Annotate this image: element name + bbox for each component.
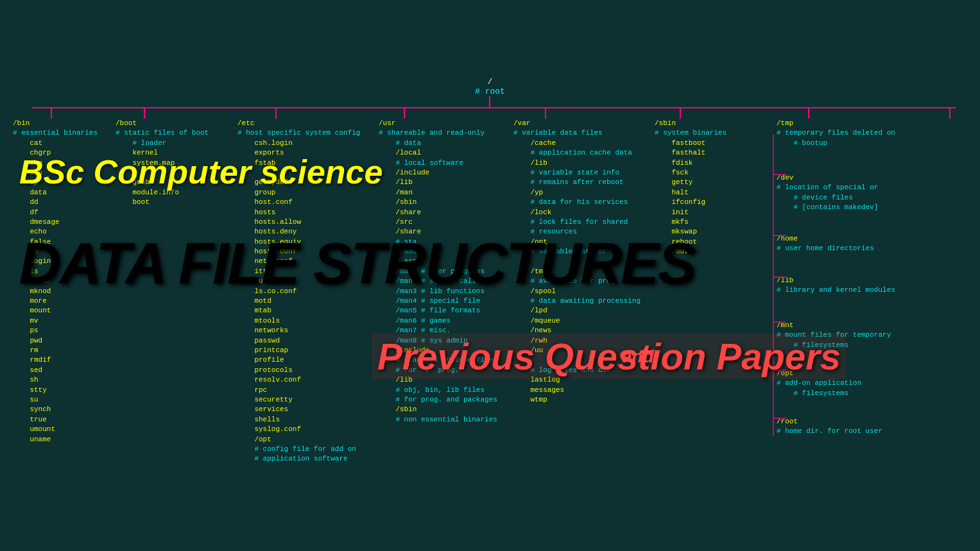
col-lib: /lib # library and kernel modules: [777, 276, 895, 296]
col-tmp: /tmp # temporary files deleted on # boot…: [777, 119, 895, 148]
data-title-overlay: DATA FILE STRUCTURES: [19, 231, 695, 297]
prev-title-overlay: Previous Question Papers: [372, 334, 846, 379]
bsc-title-overlay: BSc Computer science: [19, 153, 383, 191]
col-dev: /dev # location of special or # device f…: [777, 173, 878, 213]
root-node: / # root: [475, 77, 505, 96]
root-path: /: [475, 77, 505, 87]
root-comment: # root: [475, 87, 505, 96]
and-text: and: [622, 346, 654, 367]
main-container: / # root /bin # essential binaries cat c…: [0, 0, 980, 551]
col-home: /home # user home directories: [777, 234, 874, 254]
col-root: /root # home dir. for root user: [777, 417, 882, 437]
